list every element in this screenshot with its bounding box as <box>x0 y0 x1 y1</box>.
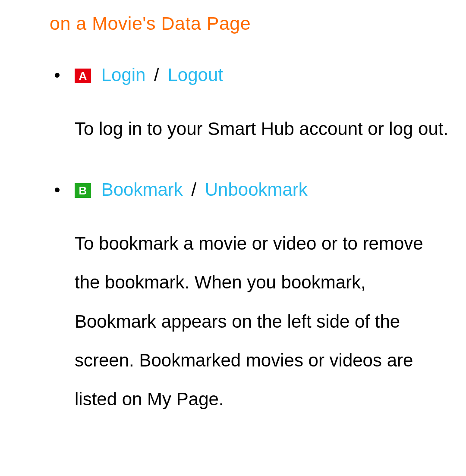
list-item: A Login / Logout To log in to your Smart… <box>50 64 449 149</box>
page-content: on a Movie's Data Page A Login / Logout … <box>0 0 466 475</box>
bookmark-action: Bookmark <box>101 179 183 200</box>
item-list: A Login / Logout To log in to your Smart… <box>50 64 449 419</box>
item-heading: B Bookmark / Unbookmark <box>75 179 449 200</box>
item-heading: A Login / Logout <box>75 64 449 86</box>
a-button-icon: A <box>75 69 91 83</box>
separator: / <box>154 65 159 85</box>
unbookmark-action: Unbookmark <box>205 179 308 200</box>
b-button-icon: B <box>75 183 91 198</box>
login-action: Login <box>101 65 146 85</box>
item-description: To bookmark a movie or video or to remov… <box>75 224 449 419</box>
separator: / <box>191 179 196 200</box>
item-description: To log in to your Smart Hub account or l… <box>75 110 449 148</box>
list-item: B Bookmark / Unbookmark To bookmark a mo… <box>50 179 449 419</box>
section-title: on a Movie's Data Page <box>50 13 449 34</box>
logout-action: Logout <box>167 65 223 85</box>
